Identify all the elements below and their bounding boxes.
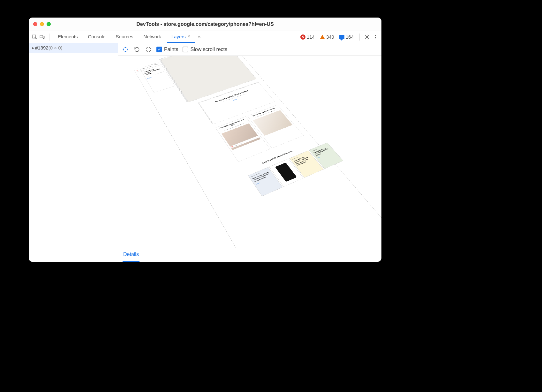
tab-layers[interactable]: Layers × bbox=[167, 31, 195, 43]
layers-3d-viewport[interactable]: G PhonesEarbudsTabletsWatches Extraordin… bbox=[118, 56, 381, 248]
layer-id: #1392 bbox=[35, 45, 49, 50]
page-layer: G PhonesEarbudsTabletsWatches Extraordin… bbox=[134, 56, 381, 248]
checkbox-icon bbox=[183, 47, 188, 52]
devtools-window: DevTools - store.google.com/category/pho… bbox=[29, 18, 381, 262]
messages-badge[interactable]: 164 bbox=[339, 34, 354, 40]
details-panel: Details bbox=[118, 248, 381, 262]
inspect-icon[interactable] bbox=[31, 34, 38, 40]
layers-scene: G PhonesEarbudsTabletsWatches Extraordin… bbox=[134, 56, 381, 248]
phone-image bbox=[275, 163, 297, 182]
device-icon[interactable] bbox=[39, 34, 45, 40]
svg-rect-1 bbox=[40, 35, 43, 38]
window-title: DevTools - store.google.com/category/pho… bbox=[29, 21, 381, 27]
settings-icon[interactable] bbox=[364, 34, 371, 40]
rotate-icon[interactable] bbox=[133, 46, 140, 53]
slow-scroll-checkbox[interactable]: Slow scroll rects bbox=[183, 47, 227, 52]
logo-icon: G bbox=[136, 70, 138, 71]
paints-label: Paints bbox=[164, 47, 178, 52]
svg-rect-2 bbox=[43, 36, 44, 39]
close-icon[interactable]: × bbox=[188, 34, 190, 39]
warnings-badge[interactable]: 349 bbox=[320, 34, 334, 40]
more-tabs-icon[interactable]: » bbox=[196, 34, 202, 40]
layer-tree-item[interactable]: ▸#1392(0 × 0) bbox=[29, 43, 118, 53]
tab-label: Layers bbox=[171, 34, 186, 39]
error-icon: ✕ bbox=[300, 34, 305, 40]
titlebar: DevTools - store.google.com/category/pho… bbox=[29, 18, 381, 31]
tab-sources[interactable]: Sources bbox=[111, 31, 138, 43]
divider bbox=[359, 34, 360, 41]
divider bbox=[49, 34, 49, 41]
tab-console[interactable]: Console bbox=[84, 31, 110, 43]
layers-tree[interactable]: ▸#1392(0 × 0) bbox=[29, 43, 118, 262]
traffic-lights bbox=[33, 22, 51, 26]
tab-details[interactable]: Details bbox=[123, 248, 139, 262]
tab-elements[interactable]: Elements bbox=[53, 31, 82, 43]
checkbox-icon bbox=[156, 47, 162, 52]
warning-count: 349 bbox=[326, 34, 334, 40]
minimize-icon[interactable] bbox=[40, 22, 44, 26]
kebab-icon[interactable]: ⋮ bbox=[372, 34, 379, 40]
pan-icon[interactable] bbox=[122, 46, 129, 53]
paints-checkbox[interactable]: Paints bbox=[156, 47, 178, 52]
devtools-toolbar: Elements Console Sources Network Layers … bbox=[29, 31, 381, 43]
slow-label: Slow scroll rects bbox=[190, 47, 227, 52]
svg-point-3 bbox=[366, 36, 368, 38]
canvas-toolbar: Paints Slow scroll rects bbox=[118, 43, 381, 56]
disclosure-icon[interactable]: ▸ bbox=[32, 45, 34, 50]
tab-network[interactable]: Network bbox=[139, 31, 166, 43]
main-body: ▸#1392(0 × 0) Paints bbox=[29, 43, 381, 262]
errors-badge[interactable]: ✕ 114 bbox=[300, 34, 315, 40]
layer-dim: (0 × 0) bbox=[49, 45, 63, 50]
warning-icon bbox=[320, 35, 325, 39]
close-icon[interactable] bbox=[33, 22, 37, 26]
message-count: 164 bbox=[346, 34, 354, 40]
canvas-area: Paints Slow scroll rects G PhonesEarbuds… bbox=[118, 43, 381, 262]
error-count: 114 bbox=[307, 34, 315, 40]
message-icon bbox=[339, 35, 344, 39]
zoom-icon[interactable] bbox=[47, 22, 51, 26]
reset-view-icon[interactable] bbox=[145, 46, 152, 53]
